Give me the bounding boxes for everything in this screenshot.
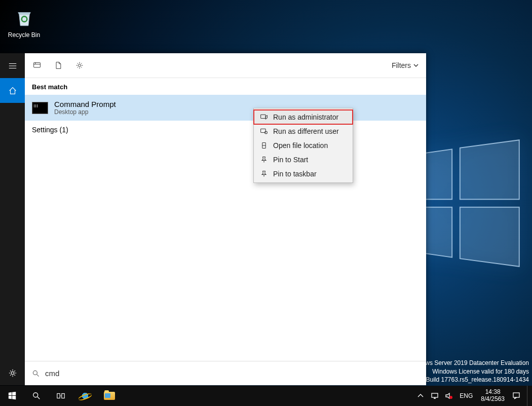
ie-icon — [80, 390, 91, 401]
best-match-result[interactable]: Command Prompt Desktop app — [25, 95, 426, 121]
results-toolbar: Filters — [25, 53, 426, 78]
folder-open-icon — [260, 141, 268, 150]
svg-rect-6 — [34, 62, 41, 67]
search-icon — [32, 370, 40, 378]
svg-rect-15 — [62, 394, 64, 398]
home-icon — [8, 86, 17, 95]
tray-clock[interactable]: 14:38 8/4/2563 — [478, 389, 508, 403]
filters-button[interactable]: Filters — [392, 61, 419, 69]
result-title: Command Prompt — [54, 100, 116, 108]
command-prompt-icon — [32, 102, 48, 114]
task-view-button[interactable] — [49, 386, 73, 406]
windows-logo-icon — [8, 391, 17, 400]
gear-icon — [75, 61, 84, 69]
taskbar-explorer-button[interactable] — [97, 386, 122, 406]
search-box[interactable] — [25, 361, 426, 385]
documents-scope-button[interactable] — [53, 60, 63, 70]
taskbar-ie-button[interactable] — [73, 386, 97, 406]
svg-point-17 — [449, 396, 452, 399]
pin-icon — [260, 156, 268, 164]
apps-icon — [33, 61, 41, 69]
desktop-icon-recycle-bin[interactable]: Recycle Bin — [5, 5, 43, 39]
rail-menu-button[interactable] — [0, 53, 25, 78]
network-icon — [431, 392, 439, 400]
show-desktop-button[interactable] — [527, 386, 530, 406]
start-button[interactable] — [0, 386, 24, 406]
recycle-bin-icon — [14, 7, 35, 28]
chevron-down-icon — [413, 62, 419, 68]
context-menu: Run as administrator Run as different us… — [253, 108, 353, 183]
settings-scope-button[interactable] — [74, 60, 85, 70]
ctx-pin-start[interactable]: Pin to Start — [254, 153, 353, 167]
search-input[interactable] — [45, 369, 419, 378]
svg-rect-18 — [513, 393, 519, 397]
watermark: ows Server 2019 Datacenter Evaluation Wi… — [422, 359, 529, 384]
action-center-button[interactable] — [511, 390, 522, 402]
svg-point-7 — [79, 64, 81, 67]
rail-settings-button[interactable] — [0, 360, 25, 385]
notification-icon — [512, 392, 520, 400]
system-tray: ENG 14:38 8/4/2563 — [415, 386, 532, 406]
volume-muted-icon — [445, 392, 453, 400]
apps-scope-button[interactable] — [32, 60, 42, 70]
tray-overflow-button[interactable] — [415, 390, 426, 402]
ctx-run-as-admin[interactable]: Run as administrator — [254, 110, 353, 124]
task-view-icon — [56, 391, 65, 400]
admin-shield-icon — [260, 113, 268, 121]
svg-rect-14 — [57, 394, 60, 398]
ctx-open-location[interactable]: Open file location — [254, 138, 353, 153]
svg-marker-1 — [460, 140, 519, 199]
document-icon — [54, 61, 62, 69]
tray-language-button[interactable]: ENG — [458, 392, 475, 399]
start-search-panel: Filters Best match Command Prompt Deskto… — [0, 53, 426, 385]
user-run-icon — [260, 127, 268, 135]
settings-section-label[interactable]: Settings (1) — [25, 121, 426, 139]
svg-rect-16 — [432, 393, 438, 397]
ctx-pin-taskbar[interactable]: Pin to taskbar — [254, 167, 353, 181]
svg-point-8 — [33, 371, 37, 375]
svg-marker-3 — [460, 207, 519, 266]
search-results: Filters Best match Command Prompt Deskto… — [25, 53, 426, 385]
search-icon — [32, 391, 41, 400]
ctx-run-as-user[interactable]: Run as different user — [254, 124, 353, 138]
search-rail — [0, 53, 25, 385]
best-match-label: Best match — [25, 78, 426, 95]
taskbar: ENG 14:38 8/4/2563 — [0, 386, 532, 406]
chevron-up-icon — [416, 392, 425, 400]
rail-home-button[interactable] — [0, 78, 25, 103]
taskbar-search-button[interactable] — [24, 386, 49, 406]
gear-icon — [8, 368, 17, 378]
svg-point-5 — [11, 372, 14, 374]
file-explorer-icon — [104, 392, 115, 400]
tray-volume-button[interactable] — [443, 390, 454, 402]
svg-rect-9 — [261, 115, 266, 118]
desktop-icon-label: Recycle Bin — [8, 31, 40, 39]
hamburger-icon — [8, 61, 17, 70]
pin-icon — [260, 170, 268, 178]
svg-point-13 — [33, 393, 38, 397]
tray-network-button[interactable] — [429, 390, 440, 402]
result-subtitle: Desktop app — [54, 108, 116, 116]
